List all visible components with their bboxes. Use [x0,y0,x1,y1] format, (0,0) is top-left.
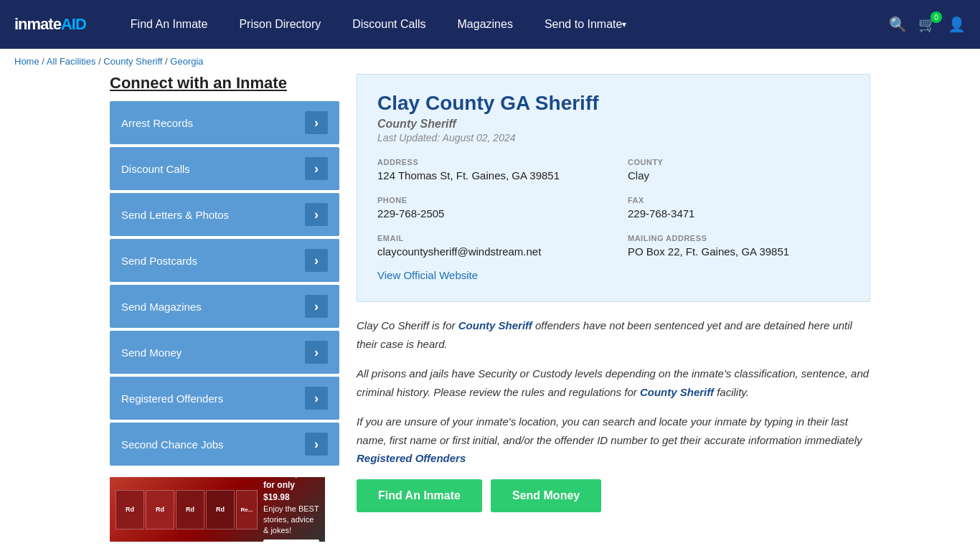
county-label: COUNTY [628,158,849,166]
sidebar-label: Send Postcards [121,255,197,267]
sidebar-item-registered-offenders[interactable]: Registered Offenders › [110,377,339,420]
sidebar-label: Send Magazines [121,301,202,313]
cart-badge: 0 [930,11,942,23]
sidebar-label: Registered Offenders [121,392,223,405]
desc2-pre: All prisons and jails have Security or C… [357,367,869,398]
desc-para-2: All prisons and jails have Security or C… [357,364,870,401]
sidebar-arrow-icon: › [305,387,328,410]
nav-magazines[interactable]: Magazines [442,0,529,49]
sidebar-label: Send Letters & Photos [121,209,229,221]
phone-label: PHONE [377,196,599,204]
sidebar-item-send-postcards[interactable]: Send Postcards › [110,239,339,282]
sidebar-item-send-magazines[interactable]: Send Magazines › [110,285,339,328]
sidebar-menu: Arrest Records › Discount Calls › Send L… [110,101,339,466]
mailing-value: PO Box 22, Ft. Gaines, GA 39851 [628,245,849,258]
breadcrumb-all-facilities[interactable]: All Facilities [47,56,96,67]
breadcrumb-home[interactable]: Home [14,56,39,67]
sidebar-label: Send Money [121,347,182,359]
sidebar-item-send-letters[interactable]: Send Letters & Photos › [110,193,339,236]
sidebar-arrow-icon: › [305,433,328,456]
facility-title: Clay County GA Sheriff [377,92,849,115]
sidebar-arrow-icon: › [305,203,328,226]
sidebar-arrow-icon: › [305,295,328,318]
breadcrumb: Home / All Facilities / County Sheriff /… [0,49,980,74]
facility-card: Clay County GA Sheriff County Sheriff La… [357,74,870,302]
sidebar-label: Second Chance Jobs [121,438,224,451]
email-block: EMAIL claycountysheriff@windstream.net [377,234,599,258]
email-label: EMAIL [377,234,599,242]
mailing-label: MAILING ADDRESS [628,234,849,242]
fax-value: 229-768-3471 [628,207,849,220]
nav-links: Find An Inmate Prison Directory Discount… [115,0,889,49]
sidebar-item-arrest-records[interactable]: Arrest Records › [110,101,339,144]
nav-send-to-inmate[interactable]: Send to Inmate [529,0,643,49]
find-inmate-button[interactable]: Find An Inmate [357,479,482,512]
nav-discount-calls[interactable]: Discount Calls [336,0,441,49]
sidebar-arrow-icon: › [305,111,328,134]
send-money-button[interactable]: Send Money [491,479,601,512]
sidebar: Connect with an Inmate Arrest Records › … [110,74,339,542]
phone-block: PHONE 229-768-2505 [377,196,599,220]
sidebar-label: Arrest Records [121,117,193,129]
email-value: claycountysheriff@windstream.net [377,245,599,258]
breadcrumb-county-sheriff[interactable]: County Sheriff [103,56,162,67]
ad-thumbnail: Rd [116,490,144,529]
official-website-link[interactable]: View Official Website [377,269,478,281]
ad-thumbnail: Rd [206,490,235,529]
sidebar-arrow-icon: › [305,157,328,180]
ad-thumbnail: Rd [146,490,174,529]
desc3-pre: If you are unsure of your inmate's locat… [357,415,862,446]
address-label: ADDRESS [377,158,599,166]
ad-thumbnail: Re... [236,490,258,529]
sidebar-label: Discount Calls [121,163,190,175]
address-block: ADDRESS 124 Thomas St, Ft. Gaines, GA 39… [377,158,599,182]
ad-subscribe-button[interactable]: Subscribe Now [263,540,319,542]
breadcrumb-georgia[interactable]: Georgia [170,56,203,67]
logo[interactable]: inmateAID [14,15,86,34]
sidebar-arrow-icon: › [305,341,328,364]
sidebar-arrow-icon: › [305,249,328,272]
main-container: Connect with an Inmate Arrest Records › … [95,74,885,551]
search-icon[interactable]: 🔍 [889,16,907,33]
main-content: Clay County GA Sheriff County Sheriff La… [357,74,870,542]
cart-icon[interactable]: 🛒 0 [918,16,936,33]
address-value: 124 Thomas St, Ft. Gaines, GA 39851 [377,169,599,182]
desc2-rest: facility. [714,386,749,398]
sidebar-ad[interactable]: Rd Rd Rd Rd Re... 1 Year [110,477,325,542]
desc-para-1: Clay Co Sheriff is for County Sheriff of… [357,316,870,353]
ad-subtitle: Enjoy the BEST stories, advice & jokes! [263,504,319,537]
ad-thumbnail: Rd [176,490,204,529]
desc1-highlight: County Sheriff [458,319,532,331]
facility-info-grid: ADDRESS 124 Thomas St, Ft. Gaines, GA 39… [377,158,849,258]
county-block: COUNTY Clay [628,158,849,182]
ad-title: 1 Year Subscription for only $19.98 [263,477,319,504]
nav-find-inmate[interactable]: Find An Inmate [115,0,224,49]
phone-value: 229-768-2505 [377,207,599,220]
nav-prison-directory[interactable]: Prison Directory [223,0,336,49]
user-icon[interactable]: 👤 [948,16,966,33]
bottom-buttons: Find An Inmate Send Money [357,479,870,512]
sidebar-item-discount-calls[interactable]: Discount Calls › [110,147,339,190]
sidebar-item-send-money[interactable]: Send Money › [110,331,339,374]
fax-label: FAX [628,196,849,204]
mailing-block: MAILING ADDRESS PO Box 22, Ft. Gaines, G… [628,234,849,258]
sidebar-title: Connect with an Inmate [110,74,339,93]
facility-type: County Sheriff [377,118,849,131]
sidebar-item-second-chance-jobs[interactable]: Second Chance Jobs › [110,423,339,466]
registered-offenders-link[interactable]: Registered Offenders [357,452,466,464]
facility-description: Clay Co Sheriff is for County Sheriff of… [357,316,870,468]
county-value: Clay [628,169,849,182]
desc1-pre: Clay Co Sheriff is for [357,319,458,331]
desc-para-3: If you are unsure of your inmate's locat… [357,413,870,468]
facility-updated: Last Updated: August 02, 2024 [377,132,849,143]
fax-block: FAX 229-768-3471 [628,196,849,220]
desc2-highlight: County Sheriff [640,386,714,398]
nav-icons: 🔍 🛒 0 👤 [889,16,966,33]
main-nav: inmateAID Find An Inmate Prison Director… [0,0,980,49]
